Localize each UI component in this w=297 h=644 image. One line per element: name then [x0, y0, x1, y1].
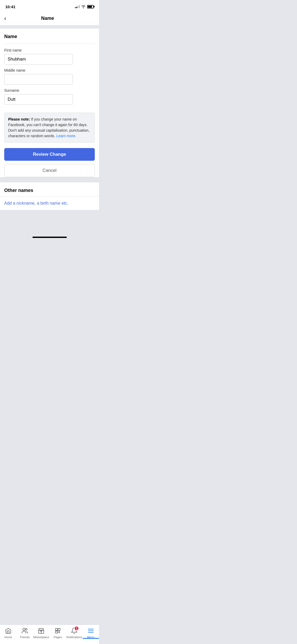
name-card-title: Name: [4, 34, 95, 44]
middle-name-group: Middle name: [4, 68, 95, 85]
card-name-header: Name: [0, 29, 99, 44]
middle-name-label: Middle name: [4, 68, 95, 72]
cancel-button[interactable]: Cancel: [4, 164, 95, 177]
middle-name-input[interactable]: [4, 74, 73, 85]
name-form: First name Middle name Surname: [0, 44, 99, 113]
note-box: Please note: If you change your name on …: [4, 113, 95, 143]
home-indicator: [32, 237, 67, 238]
first-name-group: First name: [4, 48, 95, 65]
status-bar: 10:41: [0, 0, 99, 12]
surname-label: Surname: [4, 88, 95, 93]
add-other-name-button[interactable]: Add a nickname, a birth name etc.: [0, 197, 99, 210]
status-time: 10:41: [5, 4, 15, 9]
surname-group: Surname: [4, 88, 95, 105]
page-title: Name: [8, 16, 87, 21]
status-icons: [75, 5, 94, 8]
back-button[interactable]: ‹: [4, 14, 8, 23]
name-card: Name First name Middle name Surname Plea…: [0, 29, 99, 177]
first-name-input[interactable]: [4, 54, 73, 65]
nav-header: ‹ Name: [0, 12, 99, 25]
learn-more-link[interactable]: Learn more: [56, 134, 75, 138]
other-names-title: Other names: [0, 182, 99, 197]
battery-icon: [87, 5, 94, 8]
surname-input[interactable]: [4, 94, 73, 105]
note-after-link: .: [75, 134, 76, 138]
note-bold: Please note:: [8, 117, 30, 121]
review-change-button[interactable]: Review Change: [4, 148, 95, 161]
first-name-label: First name: [4, 48, 95, 52]
content-area: Name First name Middle name Surname Plea…: [0, 25, 99, 240]
other-names-card: Other names Add a nickname, a birth name…: [0, 182, 99, 210]
bottom-spacer: [0, 213, 99, 236]
signal-icon: [75, 5, 80, 8]
wifi-icon: [81, 5, 86, 8]
